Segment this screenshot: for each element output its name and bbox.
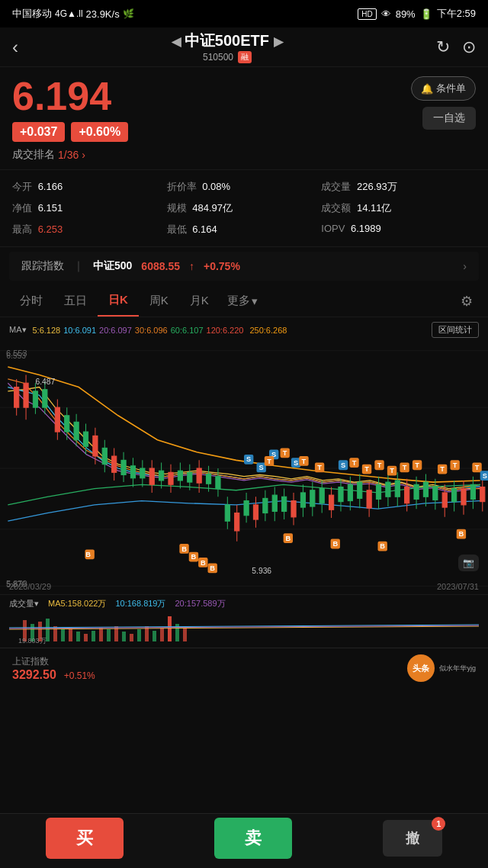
ma-bar: MA▾ 5:6.128 10:6.091 20:6.097 30:6.096 6… [0,317,488,342]
svg-text:5.936: 5.936 [252,567,271,575]
svg-rect-182 [152,631,156,641]
nav-title: ◀ 中证500ETF ▶ 510500 融 [18,31,436,63]
ma250-label: 250:6.268 [249,326,287,335]
index-value: 3292.50 [12,668,56,681]
stock-title: ◀ 中证500ETF ▶ [18,31,436,51]
current-price: 6.194 [12,76,128,116]
svg-text:B: B [285,534,291,542]
carrier: 中国移动 [12,7,52,21]
action-bar: 买 卖 撤 1 [0,813,488,868]
hd-badge: HD [358,8,376,20]
svg-text:T: T [415,461,419,469]
stock-code: 510500 融 [18,51,436,63]
ma-toggle[interactable]: MA▾ [9,325,27,335]
chart-settings-button[interactable]: ⚙ [454,287,479,316]
battery-icon: 🔋 [420,8,432,20]
svg-rect-172 [76,632,80,641]
svg-text:B: B [380,542,385,550]
stat-range-button[interactable]: 区间统计 [432,322,479,338]
screenshot-icon[interactable]: 📷 [458,555,479,571]
vol-ma10: 10:168.819万 [115,598,165,609]
svg-text:B: B [201,558,206,567]
chart-y-axis: 6.553 5.870 [6,342,27,594]
svg-text:S: S [259,463,264,471]
track-sep: ｜ [73,259,84,273]
svg-text:T: T [317,463,322,471]
speed: 23.9K/s [86,8,120,20]
change-abs: +0.037 [12,122,65,142]
candlestick-chart[interactable]: B B B B B B B B B S S S S [0,342,488,594]
svg-text:19.803万: 19.803万 [18,637,47,645]
svg-text:S: S [483,471,487,480]
tab-yuek[interactable]: 月K [179,286,220,316]
avatar: 头条 [407,654,435,682]
index-pct: +0.51% [64,670,95,681]
watchlist-button[interactable]: 一自选 [422,107,476,130]
tab-wuri[interactable]: 五日 [53,286,98,316]
condition-order-button[interactable]: 🔔 条件单 [411,76,476,101]
vol-toggle[interactable]: 成交量▾ [9,598,39,609]
stat-discount-rate: 折价率 0.08% [167,176,322,198]
arrow-right-icon: ▶ [274,35,283,48]
stat-volume: 成交量 226.93万 [321,176,476,198]
stat-high: 最高 6.253 [12,219,167,240]
svg-text:B: B [191,552,197,561]
avatar-name: 似水年华yjg [439,664,476,674]
stat-nav: 净值 6.151 [12,198,167,219]
bottom-index[interactable]: 上证指数 3292.50 +0.51% [12,655,95,682]
svg-text:6.487: 6.487 [35,378,55,386]
svg-text:T: T [390,466,394,474]
svg-text:T: T [267,456,271,465]
rank-label: 成交排名 [12,148,55,162]
svg-text:B: B [85,550,91,558]
ma20-label: 20:6.097 [99,326,132,335]
price-section: 6.194 +0.037 +0.60% 🔔 条件单 一自选 [0,67,488,148]
avatar-area: 头条 似水年华yjg [407,654,476,682]
cancel-order-button[interactable]: 撤 1 [383,820,442,857]
svg-rect-179 [130,634,133,641]
track-pct: +0.75% [204,260,240,272]
bottom-section: 上证指数 3292.50 +0.51% 头条 似水年华yjg [0,648,488,688]
vol-ma20: 20:157.589万 [175,598,226,609]
ma5-label: 5:6.128 [33,326,61,335]
stat-amount: 成交额 14.11亿 [321,198,476,219]
track-index[interactable]: 跟踪指数 ｜ 中证500 6088.55 ↑ +0.75% › [9,252,479,281]
date-right: 2023/07/31 [437,582,479,591]
svg-rect-171 [69,628,72,641]
refresh-button[interactable]: ↻ [436,37,450,57]
back-button[interactable]: ‹ [12,37,18,58]
rank-value: 1/36 [58,149,79,161]
chart-area[interactable]: 6.553 5.870 [0,342,488,594]
vol-ma5: MA5:158.022万 [48,598,106,609]
chart-dates: 2023/03/29 2023/07/31 [0,579,488,594]
sell-button[interactable]: 卖 [214,818,292,859]
tab-zhouk[interactable]: 周K [139,286,179,316]
battery-pct: 89% [396,8,416,20]
stat-scale: 规模 484.97亿 [167,198,322,219]
stat-iopv: IOPV 6.1989 [321,219,476,240]
svg-text:S: S [341,461,345,469]
tab-more[interactable]: 更多▾ [220,286,265,316]
y-label-high: 6.553 [6,349,27,358]
search-button[interactable]: ⊙ [462,37,476,57]
svg-text:B: B [459,529,464,538]
svg-rect-173 [84,634,88,641]
chart-tabs: 分时 五日 日K 周K 月K 更多▾ ⚙ [0,285,488,317]
svg-rect-176 [107,629,111,641]
tab-rik[interactable]: 日K [98,285,139,317]
eye-icon: 👁 [381,8,391,20]
ma30-label: 30:6.096 [135,326,168,335]
volume-ma-bar: 成交量▾ MA5:158.022万 10:168.819万 20:157.589… [9,598,479,609]
svg-text:T: T [283,448,287,457]
arrow-left-icon: ◀ [172,35,184,48]
track-name: 中证500 [93,259,132,273]
buy-button[interactable]: 买 [46,818,124,859]
status-left: 中国移动 4G▲.ll 23.9K/s 🌿 [12,7,134,21]
tab-fenshi[interactable]: 分时 [9,286,53,316]
volume-area: 成交量▾ MA5:158.022万 10:168.819万 20:157.589… [0,594,488,648]
price-change: +0.037 +0.60% [12,122,128,142]
svg-text:T: T [403,463,407,471]
svg-rect-175 [99,628,103,641]
svg-text:S: S [294,458,298,467]
nav-bar: ‹ ◀ 中证500ETF ▶ 510500 融 ↻ ⊙ [0,27,488,67]
